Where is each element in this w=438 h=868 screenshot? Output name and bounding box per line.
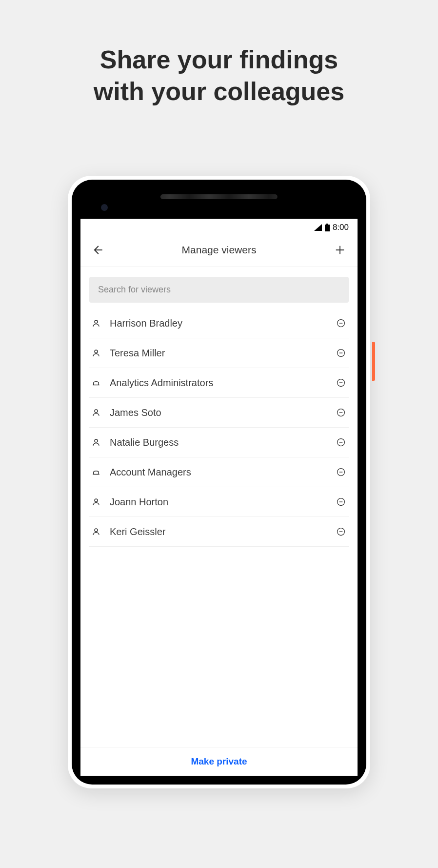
person-icon	[91, 497, 101, 507]
person-icon	[91, 348, 101, 358]
remove-viewer-button[interactable]	[335, 407, 347, 418]
person-icon	[91, 408, 101, 417]
plus-icon	[335, 245, 345, 255]
viewer-name-label: Account Managers	[110, 467, 326, 478]
viewer-row[interactable]: Joann Horton	[89, 487, 349, 517]
svg-point-14	[95, 439, 98, 442]
app-screen: 8:00 Manage viewers Harrison	[80, 219, 358, 776]
viewer-name-label: Natalie Burgess	[110, 437, 326, 448]
svg-point-2	[95, 320, 98, 323]
group-icon	[91, 467, 101, 477]
viewer-name-label: Harrison Bradley	[110, 318, 326, 329]
svg-point-5	[95, 350, 98, 353]
remove-viewer-button[interactable]	[335, 317, 347, 329]
svg-rect-1	[326, 224, 328, 225]
viewer-row[interactable]: Teresa Miller	[89, 338, 349, 368]
svg-rect-0	[325, 225, 330, 231]
viewer-name-label: James Soto	[110, 407, 326, 418]
search-container	[80, 267, 358, 303]
viewer-row[interactable]: Harrison Bradley	[89, 309, 349, 338]
promo-line-1: Share your findings	[100, 45, 338, 74]
remove-viewer-button[interactable]	[335, 347, 347, 359]
header-title: Manage viewers	[182, 244, 257, 256]
battery-icon	[325, 224, 330, 231]
back-button[interactable]	[91, 243, 105, 257]
search-input[interactable]	[89, 277, 349, 303]
make-private-button[interactable]: Make private	[191, 756, 247, 767]
phone-mockup: 8:00 Manage viewers Harrison	[68, 176, 370, 788]
remove-viewer-button[interactable]	[335, 436, 347, 448]
promo-line-2: with your colleagues	[94, 77, 344, 105]
viewer-name-label: Keri Geissler	[110, 526, 326, 537]
phone-camera	[101, 204, 108, 211]
status-bar: 8:00	[80, 219, 358, 234]
viewer-row[interactable]: Natalie Burgess	[89, 428, 349, 457]
svg-point-23	[95, 529, 98, 532]
viewer-name-label: Analytics Administrators	[110, 377, 326, 389]
viewer-row[interactable]: Account Managers	[89, 457, 349, 487]
remove-viewer-button[interactable]	[335, 377, 347, 389]
viewer-list: Harrison BradleyTeresa MillerAnalytics A…	[80, 303, 358, 547]
status-time: 8:00	[333, 223, 349, 232]
remove-viewer-button[interactable]	[335, 466, 347, 478]
person-icon	[91, 527, 101, 537]
group-icon	[91, 378, 101, 388]
app-header: Manage viewers	[80, 234, 358, 267]
cellular-signal-icon	[314, 224, 322, 231]
phone-power-button	[372, 342, 375, 381]
viewer-name-label: Joann Horton	[110, 496, 326, 508]
footer-action-bar: Make private	[80, 747, 358, 776]
remove-viewer-button[interactable]	[335, 526, 347, 537]
viewer-row[interactable]: Analytics Administrators	[89, 368, 349, 398]
svg-point-20	[95, 499, 98, 502]
phone-speaker	[160, 194, 278, 199]
viewer-row[interactable]: James Soto	[89, 398, 349, 428]
remove-viewer-button[interactable]	[335, 496, 347, 508]
svg-point-11	[95, 410, 98, 413]
promo-heading: Share your findings with your colleagues	[0, 0, 438, 107]
person-icon	[91, 437, 101, 447]
viewer-name-label: Teresa Miller	[110, 348, 326, 359]
person-icon	[91, 318, 101, 328]
add-viewer-button[interactable]	[333, 243, 347, 257]
viewer-row[interactable]: Keri Geissler	[89, 517, 349, 547]
arrow-left-icon	[92, 244, 104, 256]
